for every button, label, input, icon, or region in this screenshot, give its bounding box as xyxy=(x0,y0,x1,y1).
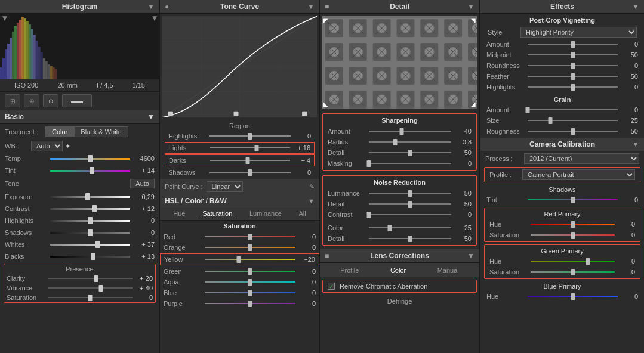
basic-section-header[interactable]: Basic ▼ xyxy=(0,110,159,124)
vignette-feather-slider[interactable] xyxy=(528,76,618,77)
lens-tab-color[interactable]: Color xyxy=(387,265,409,275)
clarity-thumb[interactable] xyxy=(94,275,98,282)
tint-thumb[interactable] xyxy=(90,167,94,174)
sat-aqua-slider[interactable] xyxy=(205,281,295,283)
vignette-roundness-thumb[interactable] xyxy=(571,63,575,69)
shadows-thumb[interactable] xyxy=(88,229,93,236)
noise-lum-thumb[interactable] xyxy=(408,190,412,197)
vignette-style-select[interactable]: Highlight Priority xyxy=(520,27,637,38)
sharp-masking-slider[interactable] xyxy=(369,163,451,164)
grain-size-slider[interactable] xyxy=(528,120,618,121)
wb-dropper-icon[interactable]: ✦ xyxy=(65,143,70,150)
tint-slider[interactable] xyxy=(50,170,130,172)
region-shadows-thumb[interactable] xyxy=(248,169,252,176)
sat-green-thumb[interactable] xyxy=(248,268,252,275)
vignette-amount-slider[interactable] xyxy=(528,44,618,45)
vignette-amount-thumb[interactable] xyxy=(571,41,575,48)
sharp-detail-slider[interactable] xyxy=(369,152,451,153)
noise-contrast-slider[interactable] xyxy=(369,214,451,215)
sat-orange-thumb[interactable] xyxy=(248,244,252,251)
chromatic-checkbox[interactable] xyxy=(328,283,335,290)
crop-tool[interactable]: ⊞ xyxy=(5,94,20,107)
lens-tab-profile[interactable]: Profile xyxy=(337,265,362,275)
point-curve-select[interactable]: Linear xyxy=(207,181,243,192)
hsl-tab-hue[interactable]: Hue xyxy=(171,209,187,218)
shadows-tint-slider[interactable] xyxy=(528,199,618,200)
temp-slider[interactable] xyxy=(50,158,130,160)
shadows-tint-thumb[interactable] xyxy=(571,197,575,203)
vignette-highlights-slider[interactable] xyxy=(528,86,618,88)
grain-roughness-thumb[interactable] xyxy=(571,128,575,135)
blue-hue-slider[interactable] xyxy=(528,296,618,297)
red-hue-thumb[interactable] xyxy=(571,221,575,228)
hsl-tab-saturation[interactable]: Saturation xyxy=(200,209,235,218)
whites-slider[interactable] xyxy=(50,244,130,246)
profile-select[interactable]: Camera Portrait xyxy=(522,169,635,180)
blue-hue-thumb[interactable] xyxy=(571,293,575,300)
sat-green-slider[interactable] xyxy=(205,271,295,272)
temp-thumb[interactable] xyxy=(88,155,93,162)
green-sat-thumb[interactable] xyxy=(571,269,575,275)
region-highlights-slider[interactable] xyxy=(209,135,291,137)
color-detail-color-slider[interactable] xyxy=(369,227,451,228)
region-darks-thumb[interactable] xyxy=(245,157,249,164)
blacks-thumb[interactable] xyxy=(91,253,95,260)
point-curve-edit-icon[interactable]: ✎ xyxy=(309,183,315,191)
green-hue-thumb[interactable] xyxy=(586,258,590,265)
noise-contrast-thumb[interactable] xyxy=(367,212,371,218)
redeye-tool[interactable]: ⊙ xyxy=(43,94,58,107)
vignette-feather-thumb[interactable] xyxy=(571,73,575,80)
blacks-slider[interactable] xyxy=(50,256,130,258)
sat-purple-thumb[interactable] xyxy=(248,301,252,307)
noise-detail-thumb[interactable] xyxy=(408,201,412,208)
grain-amount-thumb[interactable] xyxy=(526,107,530,113)
sat-yellow-thumb[interactable] xyxy=(236,256,241,263)
hsl-tab-luminance[interactable]: Luminance xyxy=(247,209,284,218)
red-hue-slider[interactable] xyxy=(531,224,615,225)
wb-select[interactable]: Auto xyxy=(31,141,63,151)
grain-roughness-slider[interactable] xyxy=(528,131,618,132)
tone-curve-graph[interactable] xyxy=(162,16,317,117)
region-lights-thumb[interactable] xyxy=(254,145,258,151)
sharp-amount-thumb[interactable] xyxy=(400,128,404,135)
sharp-radius-slider[interactable] xyxy=(369,141,451,143)
whites-thumb[interactable] xyxy=(95,241,100,248)
sat-yellow-slider[interactable] xyxy=(205,259,295,260)
green-hue-slider[interactable] xyxy=(531,261,615,262)
saturation-slider[interactable] xyxy=(48,297,133,298)
color-detail-detail-thumb[interactable] xyxy=(408,236,412,242)
region-lights-slider[interactable] xyxy=(210,147,290,148)
sat-purple-slider[interactable] xyxy=(205,303,295,304)
red-sat-slider[interactable] xyxy=(531,234,615,236)
heal-tool[interactable]: ⊕ xyxy=(24,94,39,107)
grain-size-thumb[interactable] xyxy=(548,117,552,124)
bw-treatment-btn[interactable]: Black & White xyxy=(74,126,128,137)
vibrance-thumb[interactable] xyxy=(99,285,103,292)
vignette-midpoint-thumb[interactable] xyxy=(571,52,575,58)
vignette-roundness-slider[interactable] xyxy=(528,65,618,66)
highlights-thumb[interactable] xyxy=(88,217,93,224)
contrast-slider[interactable] xyxy=(50,208,130,210)
vibrance-slider[interactable] xyxy=(48,287,133,289)
sat-red-thumb[interactable] xyxy=(248,234,252,240)
sharp-radius-thumb[interactable] xyxy=(393,139,398,145)
highlights-slider[interactable] xyxy=(50,220,130,222)
red-sat-thumb[interactable] xyxy=(571,232,575,239)
region-shadows-slider[interactable] xyxy=(209,172,291,173)
sharp-amount-slider[interactable] xyxy=(369,131,451,132)
sharp-detail-thumb[interactable] xyxy=(408,150,412,156)
region-darks-slider[interactable] xyxy=(210,160,290,161)
sat-blue-thumb[interactable] xyxy=(248,290,252,296)
sharp-masking-thumb[interactable] xyxy=(367,160,371,167)
color-detail-detail-slider[interactable] xyxy=(369,238,451,239)
saturation-thumb[interactable] xyxy=(88,295,93,301)
shadows-slider[interactable] xyxy=(50,232,130,234)
noise-lum-slider[interactable] xyxy=(369,193,451,194)
color-detail-color-thumb[interactable] xyxy=(387,225,392,231)
green-sat-slider[interactable] xyxy=(531,271,615,273)
sat-orange-slider[interactable] xyxy=(205,247,295,248)
sat-red-slider[interactable] xyxy=(205,236,295,237)
contrast-thumb[interactable] xyxy=(92,205,97,212)
color-treatment-btn[interactable]: Color xyxy=(45,126,74,137)
process-select[interactable]: 2012 (Current) xyxy=(524,153,639,164)
